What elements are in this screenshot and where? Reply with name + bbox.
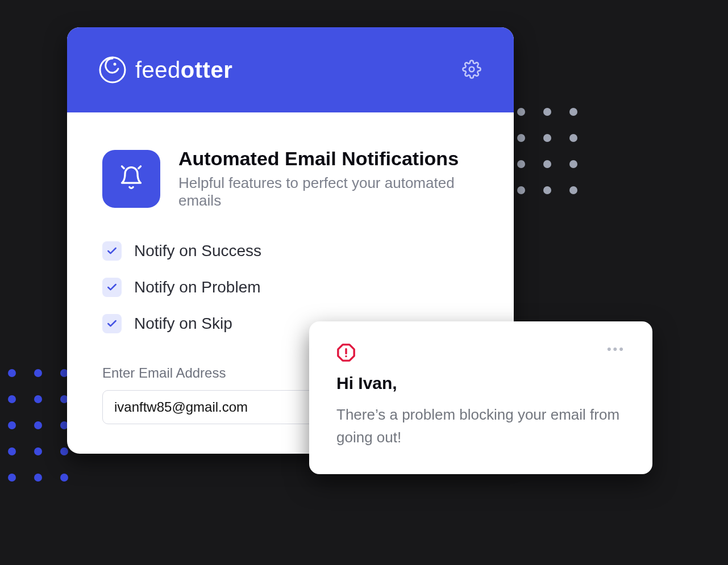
brand-logo-text: feedotter bbox=[135, 57, 232, 83]
option-notify-problem[interactable]: Notify on Problem bbox=[102, 278, 479, 297]
option-notify-success[interactable]: Notify on Success bbox=[102, 241, 479, 261]
more-button[interactable]: ••• bbox=[607, 343, 625, 355]
svg-point-1 bbox=[114, 63, 117, 66]
section-subtitle: Helpful features to perfect your automat… bbox=[178, 174, 479, 210]
decorative-dots-gray bbox=[517, 108, 577, 194]
svg-point-5 bbox=[345, 355, 347, 357]
svg-point-2 bbox=[469, 66, 475, 72]
checkbox-icon bbox=[102, 278, 122, 297]
alert-octagon-icon bbox=[336, 343, 356, 365]
more-horizontal-icon: ••• bbox=[607, 342, 625, 356]
option-label: Notify on Success bbox=[134, 242, 261, 260]
notification-popup: ••• Hi Ivan, There’s a problem blocking … bbox=[309, 321, 652, 474]
settings-button[interactable] bbox=[460, 58, 483, 81]
brand-logo-icon bbox=[98, 55, 127, 85]
checkbox-icon bbox=[102, 241, 122, 261]
popup-body: There’s a problem blocking your email fr… bbox=[336, 403, 625, 449]
bell-icon bbox=[119, 165, 144, 192]
svg-point-0 bbox=[100, 57, 125, 82]
option-label: Notify on Skip bbox=[134, 315, 232, 333]
decorative-dots-blue bbox=[8, 369, 68, 482]
section-title: Automated Email Notifications bbox=[178, 148, 479, 170]
options-list: Notify on Success Notify on Problem Noti… bbox=[102, 241, 479, 333]
popup-greeting: Hi Ivan, bbox=[336, 374, 625, 393]
section-header: Automated Email Notifications Helpful fe… bbox=[102, 148, 479, 210]
brand-logo: feedotter bbox=[98, 55, 232, 85]
checkbox-icon bbox=[102, 314, 122, 333]
gear-icon bbox=[462, 60, 481, 81]
bell-tile bbox=[102, 150, 160, 208]
option-label: Notify on Problem bbox=[134, 278, 261, 296]
card-header: feedotter bbox=[67, 27, 514, 112]
